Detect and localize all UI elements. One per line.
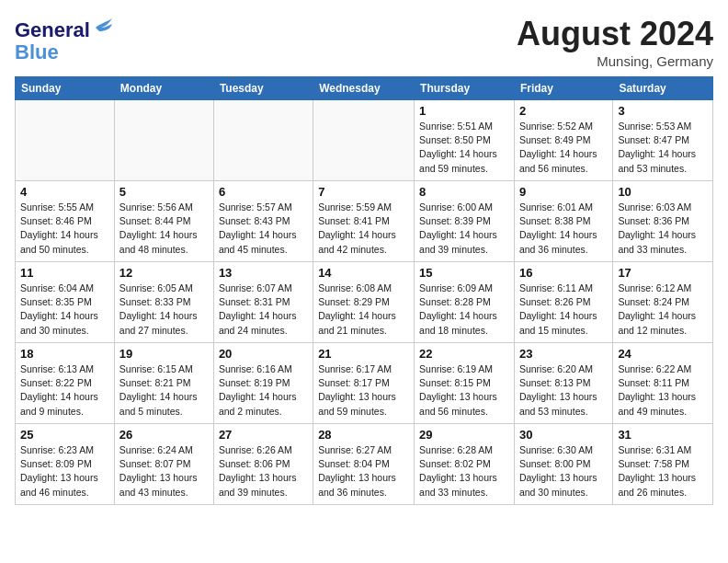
day-number: 31	[618, 428, 708, 442]
calendar-cell: 10Sunrise: 6:03 AMSunset: 8:36 PMDayligh…	[613, 181, 713, 262]
day-number: 25	[20, 428, 109, 442]
day-info: Sunrise: 5:51 AMSunset: 8:50 PMDaylight:…	[419, 120, 509, 176]
day-info: Sunrise: 6:01 AMSunset: 8:38 PMDaylight:…	[519, 201, 608, 257]
calendar-cell: 13Sunrise: 6:07 AMSunset: 8:31 PMDayligh…	[213, 262, 313, 343]
day-info: Sunrise: 6:24 AMSunset: 8:07 PMDaylight:…	[119, 443, 209, 500]
calendar-cell	[213, 100, 313, 181]
day-number: 23	[519, 347, 608, 361]
day-info: Sunrise: 6:05 AMSunset: 8:33 PMDaylight:…	[119, 282, 209, 338]
calendar-cell: 25Sunrise: 6:23 AMSunset: 8:09 PMDayligh…	[16, 424, 115, 505]
calendar-cell	[114, 100, 213, 181]
calendar-cell: 12Sunrise: 6:05 AMSunset: 8:33 PMDayligh…	[114, 262, 213, 343]
calendar-cell: 9Sunrise: 6:01 AMSunset: 8:38 PMDaylight…	[514, 181, 612, 262]
day-info: Sunrise: 6:19 AMSunset: 8:15 PMDaylight:…	[419, 362, 509, 419]
calendar-cell: 4Sunrise: 5:55 AMSunset: 8:46 PMDaylight…	[16, 181, 115, 262]
day-info: Sunrise: 5:57 AMSunset: 8:43 PMDaylight:…	[219, 201, 308, 257]
week-row-1: 1Sunrise: 5:51 AMSunset: 8:50 PMDaylight…	[16, 100, 713, 181]
day-info: Sunrise: 6:08 AMSunset: 8:29 PMDaylight:…	[318, 282, 409, 338]
title-block: August 2024 Munsing, Germany	[517, 15, 713, 69]
calendar-cell: 18Sunrise: 6:13 AMSunset: 8:22 PMDayligh…	[16, 343, 115, 424]
calendar-cell: 6Sunrise: 5:57 AMSunset: 8:43 PMDaylight…	[213, 181, 313, 262]
month-year: August 2024	[517, 15, 713, 53]
calendar-cell: 20Sunrise: 6:16 AMSunset: 8:19 PMDayligh…	[213, 343, 313, 424]
calendar-cell: 17Sunrise: 6:12 AMSunset: 8:24 PMDayligh…	[613, 262, 713, 343]
day-number: 1	[419, 104, 509, 118]
day-info: Sunrise: 6:03 AMSunset: 8:36 PMDaylight:…	[618, 201, 708, 257]
day-info: Sunrise: 6:26 AMSunset: 8:06 PMDaylight:…	[219, 443, 308, 500]
calendar-table: SundayMondayTuesdayWednesdayThursdayFrid…	[15, 76, 713, 505]
weekday-header-sunday: Sunday	[16, 77, 115, 100]
day-number: 11	[20, 266, 109, 280]
day-number: 26	[119, 428, 209, 442]
week-row-2: 4Sunrise: 5:55 AMSunset: 8:46 PMDaylight…	[16, 181, 713, 262]
calendar-cell: 28Sunrise: 6:27 AMSunset: 8:04 PMDayligh…	[313, 424, 415, 505]
week-row-3: 11Sunrise: 6:04 AMSunset: 8:35 PMDayligh…	[16, 262, 713, 343]
calendar-cell	[313, 100, 415, 181]
day-number: 14	[318, 266, 409, 280]
day-number: 30	[519, 428, 608, 442]
day-number: 12	[119, 266, 209, 280]
day-number: 17	[618, 266, 708, 280]
day-info: Sunrise: 6:12 AMSunset: 8:24 PMDaylight:…	[618, 282, 708, 338]
day-info: Sunrise: 6:22 AMSunset: 8:11 PMDaylight:…	[618, 362, 708, 419]
day-info: Sunrise: 6:23 AMSunset: 8:09 PMDaylight:…	[20, 443, 109, 500]
day-info: Sunrise: 6:07 AMSunset: 8:31 PMDaylight:…	[219, 282, 308, 338]
day-number: 24	[618, 347, 708, 361]
calendar-cell: 21Sunrise: 6:17 AMSunset: 8:17 PMDayligh…	[313, 343, 415, 424]
logo-text: General	[15, 15, 114, 41]
day-number: 9	[519, 185, 608, 199]
calendar-cell: 22Sunrise: 6:19 AMSunset: 8:15 PMDayligh…	[415, 343, 515, 424]
day-number: 16	[519, 266, 608, 280]
logo-bird-icon	[92, 15, 114, 37]
calendar-cell: 23Sunrise: 6:20 AMSunset: 8:13 PMDayligh…	[514, 343, 612, 424]
day-number: 27	[219, 428, 308, 442]
logo-text2: Blue	[15, 41, 114, 63]
day-info: Sunrise: 6:16 AMSunset: 8:19 PMDaylight:…	[219, 362, 308, 419]
day-number: 13	[219, 266, 308, 280]
day-info: Sunrise: 6:20 AMSunset: 8:13 PMDaylight:…	[519, 362, 608, 419]
day-number: 5	[119, 185, 209, 199]
day-number: 29	[419, 428, 509, 442]
calendar-cell: 31Sunrise: 6:31 AMSunset: 7:58 PMDayligh…	[613, 424, 713, 505]
calendar-cell: 11Sunrise: 6:04 AMSunset: 8:35 PMDayligh…	[16, 262, 115, 343]
day-number: 22	[419, 347, 509, 361]
location: Munsing, Germany	[517, 53, 713, 69]
calendar-cell: 1Sunrise: 5:51 AMSunset: 8:50 PMDaylight…	[415, 100, 515, 181]
day-info: Sunrise: 5:56 AMSunset: 8:44 PMDaylight:…	[119, 201, 209, 257]
calendar-cell: 29Sunrise: 6:28 AMSunset: 8:02 PMDayligh…	[415, 424, 515, 505]
day-number: 21	[318, 347, 409, 361]
weekday-header-tuesday: Tuesday	[213, 77, 313, 100]
day-info: Sunrise: 6:17 AMSunset: 8:17 PMDaylight:…	[318, 362, 409, 419]
day-info: Sunrise: 6:28 AMSunset: 8:02 PMDaylight:…	[419, 443, 509, 500]
day-info: Sunrise: 6:31 AMSunset: 7:58 PMDaylight:…	[618, 443, 708, 500]
day-info: Sunrise: 5:52 AMSunset: 8:49 PMDaylight:…	[519, 120, 608, 176]
day-info: Sunrise: 6:09 AMSunset: 8:28 PMDaylight:…	[419, 282, 509, 338]
calendar-cell: 2Sunrise: 5:52 AMSunset: 8:49 PMDaylight…	[514, 100, 612, 181]
week-row-4: 18Sunrise: 6:13 AMSunset: 8:22 PMDayligh…	[16, 343, 713, 424]
day-info: Sunrise: 6:13 AMSunset: 8:22 PMDaylight:…	[20, 362, 109, 419]
weekday-header-saturday: Saturday	[613, 77, 713, 100]
day-info: Sunrise: 6:04 AMSunset: 8:35 PMDaylight:…	[20, 282, 109, 338]
calendar-cell: 3Sunrise: 5:53 AMSunset: 8:47 PMDaylight…	[613, 100, 713, 181]
calendar-cell: 8Sunrise: 6:00 AMSunset: 8:39 PMDaylight…	[415, 181, 515, 262]
day-number: 2	[519, 104, 608, 118]
day-info: Sunrise: 6:30 AMSunset: 8:00 PMDaylight:…	[519, 443, 608, 500]
calendar-cell: 26Sunrise: 6:24 AMSunset: 8:07 PMDayligh…	[114, 424, 213, 505]
day-info: Sunrise: 6:15 AMSunset: 8:21 PMDaylight:…	[119, 362, 209, 419]
day-number: 28	[318, 428, 409, 442]
day-number: 3	[618, 104, 708, 118]
calendar-cell: 19Sunrise: 6:15 AMSunset: 8:21 PMDayligh…	[114, 343, 213, 424]
calendar-header-row: SundayMondayTuesdayWednesdayThursdayFrid…	[16, 77, 713, 100]
day-info: Sunrise: 6:27 AMSunset: 8:04 PMDaylight:…	[318, 443, 409, 500]
calendar-cell: 15Sunrise: 6:09 AMSunset: 8:28 PMDayligh…	[415, 262, 515, 343]
calendar-cell: 14Sunrise: 6:08 AMSunset: 8:29 PMDayligh…	[313, 262, 415, 343]
day-number: 4	[20, 185, 109, 199]
day-info: Sunrise: 6:00 AMSunset: 8:39 PMDaylight:…	[419, 201, 509, 257]
page-header: General Blue August 2024 Munsing, German…	[15, 15, 713, 69]
day-number: 18	[20, 347, 109, 361]
calendar-cell	[16, 100, 115, 181]
calendar-cell: 24Sunrise: 6:22 AMSunset: 8:11 PMDayligh…	[613, 343, 713, 424]
day-number: 10	[618, 185, 708, 199]
day-number: 19	[119, 347, 209, 361]
calendar-cell: 7Sunrise: 5:59 AMSunset: 8:41 PMDaylight…	[313, 181, 415, 262]
